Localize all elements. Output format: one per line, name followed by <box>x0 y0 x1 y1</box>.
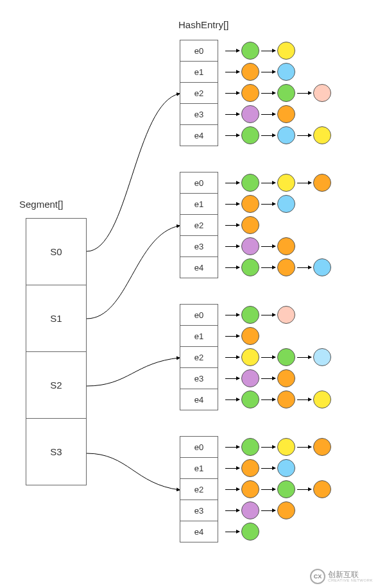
linked-list-row <box>223 63 295 81</box>
list-node <box>241 105 259 123</box>
arrow-icon <box>225 72 239 72</box>
linked-list-row <box>223 105 295 123</box>
arrow-icon <box>225 447 239 448</box>
arrow-icon <box>261 183 275 183</box>
watermark-text: 创新互联 <box>328 571 373 578</box>
segment-link-arrow <box>87 94 180 251</box>
list-node <box>241 327 259 345</box>
list-node <box>277 84 295 102</box>
hashentry-cell: e0 <box>180 172 218 194</box>
arrow-icon <box>225 246 239 247</box>
hashentry-cell: e2 <box>180 478 218 500</box>
arrow-icon <box>261 51 275 51</box>
arrow-icon <box>261 246 275 247</box>
watermark-sub: CREATIVE NETWORK <box>328 578 373 582</box>
segment-cell: S1 <box>26 285 87 352</box>
arrow-icon <box>297 93 311 94</box>
list-node <box>313 84 331 102</box>
arrow-icon <box>225 510 239 511</box>
list-node <box>313 391 331 408</box>
linked-list-row <box>223 216 259 234</box>
hashentry-cell: e1 <box>180 61 218 83</box>
list-node <box>241 480 259 498</box>
segment-cell: S3 <box>26 418 87 485</box>
hashentry-cell: e3 <box>180 103 218 125</box>
arrow-icon <box>261 135 275 136</box>
arrow-icon <box>297 489 311 490</box>
hashentry-cell: e3 <box>180 367 218 389</box>
arrow-icon <box>261 510 275 511</box>
hashentry-cell: e2 <box>180 346 218 368</box>
hashentry-cell: e0 <box>180 40 218 62</box>
arrow-icon <box>225 315 239 315</box>
arrow-icon <box>261 267 275 268</box>
list-node <box>241 126 259 144</box>
list-node <box>241 459 259 477</box>
hashentry-array: e0e1e2e3e4 <box>180 304 218 410</box>
hashentry-cell: e2 <box>180 214 218 236</box>
arrow-icon <box>297 183 311 183</box>
list-node <box>241 63 259 81</box>
segment-link-arrow <box>87 226 180 319</box>
linked-list-row <box>223 391 331 408</box>
list-node <box>277 348 295 366</box>
arrow-icon <box>261 378 275 379</box>
list-node <box>313 126 331 144</box>
arrow-icon <box>225 399 239 400</box>
hashentry-array: e0e1e2e3e4 <box>180 436 218 542</box>
hashentry-cell: e0 <box>180 436 218 458</box>
linked-list-row <box>223 480 331 498</box>
list-node <box>277 258 295 276</box>
arrow-icon <box>225 267 239 268</box>
arrow-icon <box>225 183 239 183</box>
linked-list-row <box>223 369 295 387</box>
hashentry-array: e0e1e2e3e4 <box>180 172 218 278</box>
segment-cell: S2 <box>26 351 87 419</box>
linked-list-row <box>223 501 295 519</box>
linked-list-row <box>223 195 295 213</box>
arrow-icon <box>225 204 239 205</box>
list-node <box>241 348 259 366</box>
list-node <box>277 195 295 213</box>
list-node <box>277 391 295 408</box>
arrow-icon <box>261 204 275 205</box>
list-node <box>313 480 331 498</box>
watermark-logo: CX <box>310 569 325 584</box>
linked-list-row <box>223 174 331 192</box>
hashentry-cell: e0 <box>180 304 218 326</box>
list-node <box>313 258 331 276</box>
hashentry-cell: e3 <box>180 500 218 521</box>
arrow-icon <box>225 532 239 532</box>
arrow-icon <box>225 468 239 469</box>
hashentry-cell: e1 <box>180 193 218 215</box>
linked-list-row <box>223 327 259 345</box>
list-node <box>277 237 295 255</box>
hashentry-cell: e2 <box>180 82 218 104</box>
arrow-icon <box>261 468 275 469</box>
hashentry-array-label: HashEntry[] <box>178 19 228 30</box>
arrow-icon <box>225 336 239 337</box>
arrow-icon <box>261 72 275 72</box>
list-node <box>241 306 259 324</box>
list-node <box>241 258 259 276</box>
list-node <box>277 459 295 477</box>
list-node <box>277 126 295 144</box>
list-node <box>241 174 259 192</box>
hashentry-array: e0e1e2e3e4 <box>180 40 218 146</box>
list-node <box>241 438 259 456</box>
list-node <box>313 174 331 192</box>
arrow-icon <box>225 489 239 490</box>
linked-list-row <box>223 42 295 60</box>
arrow-icon <box>261 357 275 358</box>
linked-list-row <box>223 84 331 102</box>
arrow-icon <box>261 489 275 490</box>
arrow-icon <box>225 51 239 51</box>
segment-array-label: Segment[] <box>19 199 63 210</box>
linked-list-row <box>223 438 331 456</box>
linked-list-row <box>223 306 295 324</box>
list-node <box>277 174 295 192</box>
list-node <box>277 63 295 81</box>
arrow-icon <box>225 114 239 115</box>
arrow-icon <box>297 357 311 358</box>
list-node <box>277 369 295 387</box>
